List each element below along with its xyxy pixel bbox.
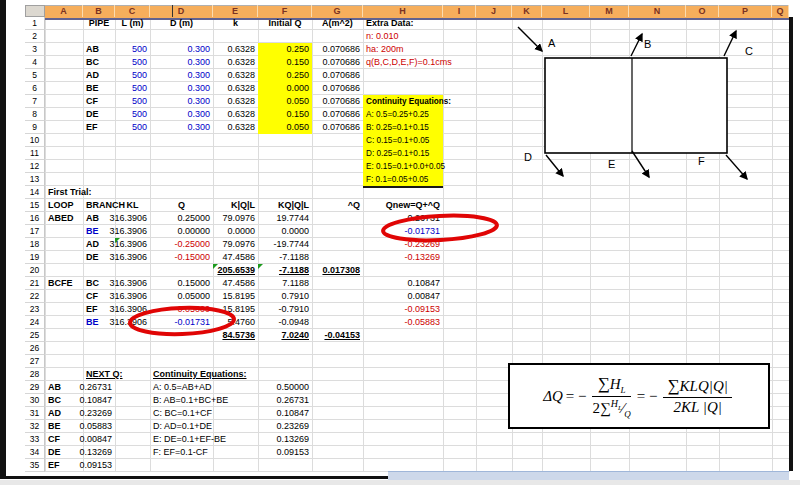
cell-A29[interactable]: AB	[48, 381, 61, 394]
cell-B28[interactable]: NEXT Q:	[86, 368, 123, 381]
cell-B22[interactable]: CF	[86, 290, 98, 303]
cell-A33[interactable]: CF	[48, 433, 60, 446]
row-header-14[interactable]: 14	[25, 186, 45, 199]
row-header-15[interactable]: 15	[25, 199, 45, 212]
col-header-M[interactable]: M	[590, 5, 629, 17]
cell-G4[interactable]: 0.070686	[322, 56, 360, 69]
row-header-4[interactable]: 4	[25, 56, 45, 69]
row-header-21[interactable]: 21	[25, 277, 45, 290]
col-header-B[interactable]: B	[83, 5, 115, 17]
row-header-3[interactable]: 3	[25, 43, 45, 56]
cell-B4[interactable]: BC	[86, 56, 99, 69]
cell-F21[interactable]: 7.1188	[282, 277, 309, 290]
row-header-18[interactable]: 18	[25, 238, 45, 251]
cell-B7[interactable]: CF	[86, 95, 98, 108]
cell-H8[interactable]: A: 0.5=0.25+0.25	[366, 108, 429, 121]
cell-E9[interactable]: 0.6328	[227, 121, 255, 134]
cell-H3[interactable]: ha: 200m	[366, 43, 404, 56]
cell-H4[interactable]: q(B,C,D,E,F)=0.1cms	[366, 56, 452, 69]
cell-F17[interactable]: 0.0000	[281, 225, 309, 238]
cell-H1[interactable]: Extra Data:	[366, 17, 414, 30]
cell-D15[interactable]: Q	[150, 199, 213, 212]
cell-C3[interactable]: 500	[132, 43, 147, 56]
cell-F34[interactable]: 0.09153	[276, 446, 309, 459]
cell-G1[interactable]: A(m^2)	[312, 17, 363, 30]
row-header-25[interactable]: 25	[25, 329, 45, 342]
cell-F19[interactable]: -7.1188	[279, 251, 309, 264]
cell-C15[interactable]: KL	[115, 199, 150, 212]
cell-G15[interactable]: ^Q	[348, 199, 360, 212]
cell-G20[interactable]: 0.017308	[322, 264, 360, 277]
cell-H17[interactable]: -0.01731	[404, 225, 440, 238]
cell-D8[interactable]: 0.300	[187, 108, 210, 121]
cell-B5[interactable]: AD	[86, 69, 99, 82]
cell-B18[interactable]: AD	[86, 238, 99, 251]
cell-C1[interactable]: L (m)	[115, 17, 150, 30]
cell-F1[interactable]: Initial Q	[258, 17, 312, 30]
cell-E1[interactable]: k	[213, 17, 258, 30]
row-header-27[interactable]: 27	[25, 355, 45, 368]
col-header-L[interactable]: L	[542, 5, 590, 17]
row-header-13[interactable]: 13	[25, 173, 45, 186]
row-header-32[interactable]: 32	[25, 420, 45, 433]
row-header-19[interactable]: 19	[25, 251, 45, 264]
row-header-28[interactable]: 28	[25, 368, 45, 381]
row-header-23[interactable]: 23	[25, 303, 45, 316]
cell-H2[interactable]: n: 0.010	[366, 30, 399, 43]
col-header-E[interactable]: E	[213, 5, 258, 17]
cell-H23[interactable]: -0.09153	[404, 303, 440, 316]
cell-H9[interactable]: B: 0.25=0.1+0.15	[366, 121, 429, 134]
cell-D9[interactable]: 0.300	[187, 121, 210, 134]
row-header-33[interactable]: 33	[25, 433, 45, 446]
col-header-C[interactable]: C	[115, 5, 150, 17]
cell-F5[interactable]: 0.250	[286, 69, 309, 82]
cell-D22[interactable]: 0.05000	[177, 290, 210, 303]
cell-G8[interactable]: 0.070686	[322, 108, 360, 121]
cell-H22[interactable]: 0.00847	[407, 290, 440, 303]
cell-B23[interactable]: EF	[86, 303, 98, 316]
cell-F23[interactable]: -0.7910	[278, 303, 309, 316]
cell-E8[interactable]: 0.6328	[227, 108, 255, 121]
cell-B30[interactable]: 0.10847	[79, 394, 112, 407]
cell-F15[interactable]: KQ|Q|L	[278, 199, 309, 212]
row-header-20[interactable]: 20	[25, 264, 45, 277]
cell-F9[interactable]: 0.050	[286, 121, 309, 134]
cell-D3[interactable]: 0.300	[187, 43, 210, 56]
cell-B1[interactable]: PIPE	[83, 17, 115, 30]
cell-E16[interactable]: 79.0976	[222, 212, 255, 225]
cell-C5[interactable]: 500	[132, 69, 147, 82]
cell-F8[interactable]: 0.150	[286, 108, 309, 121]
cell-H19[interactable]: -0.13269	[404, 251, 440, 264]
cell-C8[interactable]: 500	[132, 108, 147, 121]
cell-F4[interactable]: 0.150	[286, 56, 309, 69]
cell-C17[interactable]: 316.3906	[109, 225, 147, 238]
cell-E19[interactable]: 47.4586	[222, 251, 255, 264]
row-header-34[interactable]: 34	[25, 446, 45, 459]
cell-D16[interactable]: 0.25000	[177, 212, 210, 225]
cell-F6[interactable]: 0.000	[286, 82, 309, 95]
cell-F33[interactable]: 0.13269	[276, 433, 309, 446]
cell-A34[interactable]: DE	[48, 446, 61, 459]
row-header-6[interactable]: 6	[25, 82, 45, 95]
cell-G9[interactable]: 0.070686	[322, 121, 360, 134]
cell-C9[interactable]: 500	[132, 121, 147, 134]
row-header-35[interactable]: 35	[25, 459, 45, 472]
cell-D23[interactable]: -0.05000	[174, 303, 210, 316]
col-header-K[interactable]: K	[512, 5, 542, 17]
cell-A32[interactable]: BE	[48, 420, 61, 433]
cell-E18[interactable]: 79.0976	[222, 238, 255, 251]
col-header-I[interactable]: I	[443, 5, 476, 17]
cell-B3[interactable]: AB	[86, 43, 99, 56]
row-header-11[interactable]: 11	[25, 147, 45, 160]
cell-F25[interactable]: 7.0240	[281, 329, 309, 342]
cell-B21[interactable]: BC	[86, 277, 99, 290]
cell-H15[interactable]: Qnew=Q+^Q	[386, 199, 440, 212]
cell-B29[interactable]: 0.26731	[79, 381, 112, 394]
col-header-A[interactable]: A	[45, 5, 83, 17]
cell-G5[interactable]: 0.070686	[322, 69, 360, 82]
col-header-J[interactable]: J	[476, 5, 512, 17]
cell-E7[interactable]: 0.6328	[227, 95, 255, 108]
row-header-16[interactable]: 16	[25, 212, 45, 225]
row-header-26[interactable]: 26	[25, 342, 45, 355]
cell-C24[interactable]: 316.3906	[109, 316, 147, 329]
